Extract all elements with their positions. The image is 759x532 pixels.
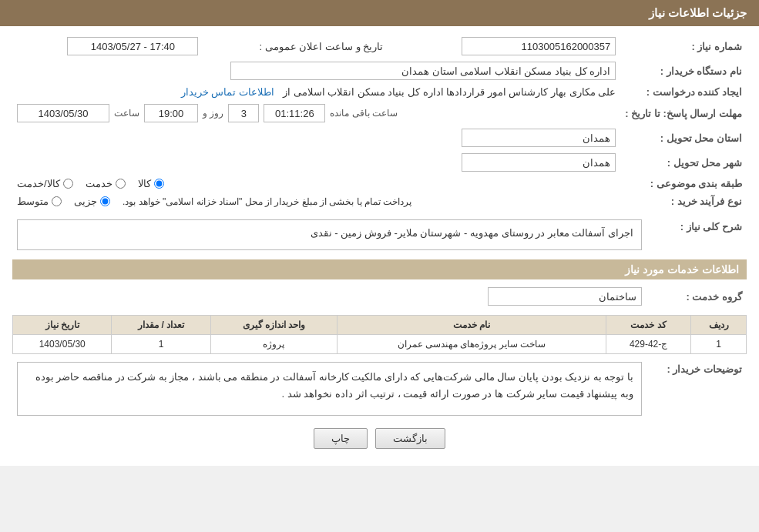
chap-button[interactable]: چاپ: [314, 428, 368, 449]
table-row: 1ج-42-429ساخت سایر پروژه‌های مهندسی عمرا…: [13, 335, 747, 354]
goh-label: گروه خدمت :: [646, 284, 747, 309]
tarikh-elan-field: 1403/05/27 - 17:40: [67, 37, 198, 55]
nam-dastgah-value-cell: اداره کل بنیاد مسکن انقلاب اسلامی استان …: [12, 59, 620, 83]
mohlat-label: مهلت ارسال پاسخ: تا تاریخ :: [620, 101, 747, 125]
mohlat-time-label: ساعت: [114, 108, 139, 119]
row-tosih: توضیحات خریدار : با توجه به نزدیک بودن پ…: [12, 359, 747, 419]
radio-jozi-label: جزیی: [74, 196, 97, 207]
page-wrapper: جزئیات اطلاعات نیاز شماره نیاز : 1103005…: [0, 0, 759, 466]
radio-khedmat-input[interactable]: [116, 179, 126, 189]
radio-jozi-input[interactable]: [100, 196, 110, 206]
col-vahed: واحد اندازه گیری: [210, 316, 337, 335]
khadamat-grid-section: ردیف کد خدمت نام خدمت واحد اندازه گیری ت…: [12, 315, 747, 354]
cell-0: 1: [691, 335, 747, 354]
shahr-value-cell: همدان: [12, 150, 620, 175]
row-ijad: ایجاد کننده درخواست : علی مکاری بهار کار…: [12, 83, 747, 101]
goh-value-cell: ساختمان: [12, 284, 646, 309]
mohlat-time-row: 1403/05/30 ساعت 19:00 روز و 3 01:11:26 س…: [17, 104, 616, 122]
row-nam-dastgah: نام دستگاه خریدار : اداره کل بنیاد مسکن …: [12, 59, 747, 83]
mohlat-time-field: 19:00: [144, 104, 198, 122]
farayand-value-cell: متوسط جزیی پرداخت تمام یا بخشی از مبلغ خ…: [12, 192, 620, 210]
shomare-niaz-label: شماره نیاز :: [620, 34, 747, 59]
mohlat-date-field: 1403/05/30: [17, 104, 109, 122]
radio-khedmat[interactable]: خدمت: [86, 178, 126, 189]
nam-dastgah-field: اداره کل بنیاد مسکن انقلاب اسلامی استان …: [230, 62, 616, 80]
radio-mottaset-label: متوسط: [17, 196, 49, 207]
radio-mottaset-input[interactable]: [52, 196, 62, 206]
shomare-niaz-field: 1103005162000357: [462, 37, 616, 55]
row-ostand: استان محل تحویل : همدان: [12, 125, 747, 150]
cell-2: ساخت سایر پروژه‌های مهندسی عمران: [338, 335, 606, 354]
info-table: شماره نیاز : 1103005162000357 تاریخ و سا…: [12, 34, 747, 210]
ijad-label: ایجاد کننده درخواست :: [620, 83, 747, 101]
grid-header: ردیف کد خدمت نام خدمت واحد اندازه گیری ت…: [13, 316, 747, 335]
radio-kala-khedmat-input[interactable]: [63, 179, 73, 189]
col-tedad: تعداد / مقدار: [112, 316, 210, 335]
radio-kala-khedmat[interactable]: کالا/خدمت: [17, 178, 73, 189]
cell-3: پروژه: [210, 335, 337, 354]
tosih-label: توضیحات خریدار :: [646, 359, 747, 419]
row-shahr: شهر محل تحویل : همدان: [12, 150, 747, 175]
row-goh: گروه خدمت : ساختمان: [12, 284, 747, 309]
radio-kala-label: کالا: [138, 178, 151, 189]
grid-body: 1ج-42-429ساخت سایر پروژه‌های مهندسی عمرا…: [13, 335, 747, 354]
cell-4: 1: [112, 335, 210, 354]
ostand-label: استان محل تحویل :: [620, 125, 747, 150]
row-mohlat: مهلت ارسال پاسخ: تا تاریخ : 1403/05/30 س…: [12, 101, 747, 125]
page-header: جزئیات اطلاعات نیاز: [0, 0, 759, 26]
cell-1: ج-42-429: [606, 335, 691, 354]
mohlat-roz-label: روز و: [203, 108, 223, 119]
col-tarikh: تاریخ نیاز: [13, 316, 112, 335]
tabaqe-label: طبقه بندی موضوعی :: [620, 175, 747, 192]
ostand-field: همدان: [462, 129, 616, 147]
grid-header-row: ردیف کد خدمت نام خدمت واحد اندازه گیری ت…: [13, 316, 747, 335]
nam-dastgah-label: نام دستگاه خریدار :: [620, 59, 747, 83]
row-shomare: شماره نیاز : 1103005162000357 تاریخ و سا…: [12, 34, 747, 59]
khadamat-section-header: اطلاعات خدمات مورد نیاز: [12, 259, 747, 279]
cell-5: 1403/05/30: [13, 335, 112, 354]
radio-kala-khedmat-label: کالا/خدمت: [17, 178, 60, 189]
button-bar: بازگشت چاپ: [12, 428, 747, 449]
page-title: جزئیات اطلاعات نیاز: [649, 6, 747, 19]
khadamat-grid: ردیف کد خدمت نام خدمت واحد اندازه گیری ت…: [12, 315, 747, 354]
row-farayand: نوع فرآیند خرید : متوسط جزیی: [12, 192, 747, 210]
radio-jozi[interactable]: جزیی: [74, 196, 110, 207]
farayand-desc: پرداخت تمام یا بخشی از مبلغ خریدار از مح…: [123, 196, 411, 207]
tabaqe-radio-group: کالا/خدمت خدمت کالا: [17, 178, 616, 189]
tabaqe-value-cell: کالا/خدمت خدمت کالا: [12, 175, 620, 192]
tosih-value-cell: با توجه به نزدیک بودن پایان سال مالی شرک…: [12, 359, 646, 419]
row-sharh: شرح کلی نیاز : اجرای آسفالت معابر در روس…: [12, 216, 747, 253]
tarikh-label-cell: تاریخ و ساعت اعلان عمومی :: [203, 34, 398, 59]
radio-kala[interactable]: کالا: [138, 178, 164, 189]
farayand-label: نوع فرآیند خرید :: [620, 192, 747, 210]
goh-field: ساختمان: [488, 287, 642, 306]
tarikh-elan-value-cell: 1403/05/27 - 17:40: [12, 34, 203, 59]
ijad-value: علی مکاری بهار کارشناس امور قراردادها اد…: [283, 86, 616, 98]
sharh-value-cell: اجرای آسفالت معابر در روستای مهدویه - شه…: [12, 216, 646, 253]
mohlat-remaining-label: ساعت باقی مانده: [330, 108, 398, 119]
ostand-value-cell: همدان: [12, 125, 620, 150]
sharh-label: شرح کلی نیاز :: [646, 216, 747, 253]
shahr-field: همدان: [462, 153, 616, 172]
radio-khedmat-label: خدمت: [86, 178, 113, 189]
bazgasht-button[interactable]: بازگشت: [375, 428, 445, 449]
radio-kala-input[interactable]: [154, 179, 164, 189]
mohlat-value-cell: 1403/05/30 ساعت 19:00 روز و 3 01:11:26 س…: [12, 101, 620, 125]
col-kod: کد خدمت: [606, 316, 691, 335]
farayand-row: متوسط جزیی پرداخت تمام یا بخشی از مبلغ خ…: [17, 196, 616, 207]
tosih-field: با توجه به نزدیک بودن پایان سال مالی شرک…: [17, 362, 642, 416]
row-tabaqe: طبقه بندی موضوعی : کالا/خدمت خدمت: [12, 175, 747, 192]
col-radif: ردیف: [691, 316, 747, 335]
goh-table: گروه خدمت : ساختمان: [12, 284, 747, 309]
radio-mottaset[interactable]: متوسط: [17, 196, 62, 207]
shomare-niaz-value: 1103005162000357: [398, 34, 620, 59]
shahr-label: شهر محل تحویل :: [620, 150, 747, 175]
content-area: شماره نیاز : 1103005162000357 تاریخ و سا…: [0, 26, 759, 466]
etelaat-tamas-link[interactable]: اطلاعات تماس خریدار: [181, 86, 274, 98]
ijad-value-cell: علی مکاری بهار کارشناس امور قراردادها اد…: [12, 83, 620, 101]
farayand-radio-group: متوسط جزیی: [17, 196, 110, 207]
tosih-table: توضیحات خریدار : با توجه به نزدیک بودن پ…: [12, 359, 747, 419]
tarikh-elan-label: تاریخ و ساعت اعلان عمومی :: [259, 41, 383, 52]
col-nam: نام خدمت: [338, 316, 606, 335]
mohlat-remaining-field: 01:11:26: [264, 104, 325, 122]
